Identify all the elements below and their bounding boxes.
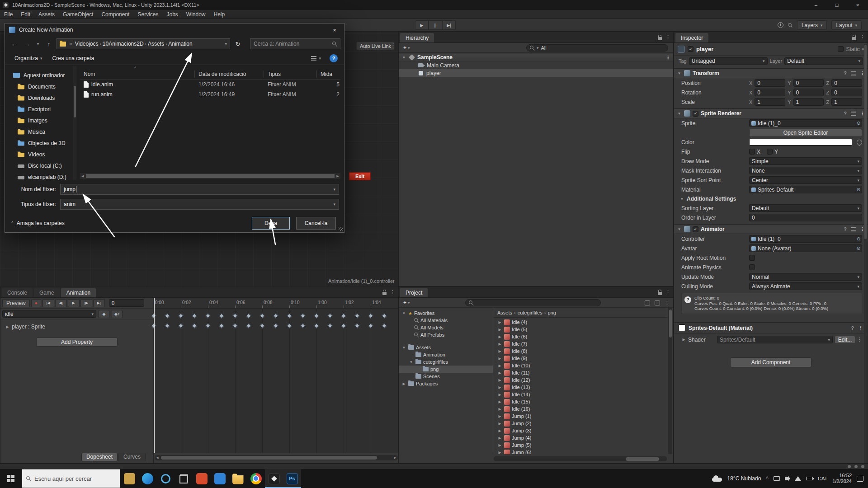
keyframe-icon[interactable] xyxy=(273,313,278,318)
favorite-all-prefabs[interactable]: All Prefabs xyxy=(399,331,493,338)
material-header[interactable]: Sprites-Default (Material) ?⋮ xyxy=(674,322,868,334)
taskbar-search[interactable]: Escriu aquí per cercar xyxy=(22,469,120,488)
keyframe-icon[interactable] xyxy=(314,313,319,318)
asset-idle-8[interactable]: ▶Idle (8) xyxy=(494,347,668,355)
add-component-button[interactable]: Add Component xyxy=(730,357,811,367)
project-vertical-scrollbar[interactable] xyxy=(668,308,672,454)
status-icon[interactable] xyxy=(861,465,864,468)
maximize-button[interactable]: □ xyxy=(826,0,847,10)
play-button[interactable]: ▶ xyxy=(68,299,80,307)
sidebar-item-m-sica[interactable]: Música xyxy=(9,126,73,137)
fold-open-icon[interactable]: ▼ xyxy=(401,311,406,315)
keyframe-icon[interactable] xyxy=(354,323,359,328)
curves-tab[interactable]: Curves xyxy=(118,453,146,461)
chevron-down-icon[interactable]: ▾ xyxy=(333,202,335,206)
action-center-icon[interactable] xyxy=(857,476,863,482)
sprite-object-field[interactable]: Idle (1)_0 ⊙ xyxy=(749,119,862,127)
transform-position-x-field[interactable]: 0 xyxy=(755,79,785,87)
playhead[interactable] xyxy=(154,298,155,453)
help-icon[interactable]: ? xyxy=(851,325,854,331)
scroll-right-icon[interactable]: ▶ xyxy=(392,456,398,460)
favorite-all-models[interactable]: All Models xyxy=(399,324,493,331)
keyframe-icon[interactable] xyxy=(341,323,346,328)
recent-locations-button[interactable]: ▾ xyxy=(35,38,41,49)
column-header-nom[interactable]: Nom xyxy=(80,70,195,78)
dopesheet-tab[interactable]: Dopesheet xyxy=(81,453,118,461)
open-sprite-editor-button[interactable]: Open Sprite Editor xyxy=(749,129,862,137)
fold-closed-icon[interactable]: ▶ xyxy=(497,328,502,332)
dialog-titlebar[interactable]: Create New Animation × xyxy=(5,23,344,36)
presets-icon[interactable] xyxy=(851,112,856,116)
fold-closed-icon[interactable]: ▶ xyxy=(497,450,502,455)
project-tree-animation[interactable]: Animation xyxy=(399,351,493,358)
kebab-icon[interactable]: ⋮ xyxy=(391,42,396,48)
fold-open-icon[interactable]: ▼ xyxy=(401,346,406,350)
keyframe-icon[interactable] xyxy=(165,323,170,328)
sprite-sort-point-dropdown[interactable]: Center▾ xyxy=(749,176,862,184)
keyframe-icon[interactable] xyxy=(178,323,183,328)
timeline-scrollbar[interactable]: ◀ ▶ xyxy=(155,455,398,460)
cancel-button[interactable]: Cancel·la xyxy=(296,217,336,230)
tab-hierarchy[interactable]: Hierarchy xyxy=(400,33,434,42)
material-object-field[interactable]: Sprites-Default⊙ xyxy=(749,186,862,193)
tab-console[interactable]: Console xyxy=(2,288,33,297)
transform-scale-y-field[interactable]: 1 xyxy=(793,98,824,106)
keyframe-icon[interactable] xyxy=(368,323,373,328)
file-row-idle-anim[interactable]: idle.anim1/2/2024 16:46Fitxer ANIM5 xyxy=(80,80,340,89)
keyframe-icon[interactable] xyxy=(287,313,292,318)
status-icon[interactable] xyxy=(854,465,858,468)
forward-button[interactable]: → xyxy=(22,38,33,49)
pause-button[interactable]: || xyxy=(429,20,442,30)
asset-idle-12[interactable]: ▶Idle (12) xyxy=(494,376,668,384)
breadcrumb-segment-videojocs[interactable]: Videojocs xyxy=(74,41,100,47)
object-picker-icon[interactable]: ⊙ xyxy=(855,186,862,193)
menu-services[interactable]: Services xyxy=(133,10,162,19)
transform-rotation-x-field[interactable]: 0 xyxy=(755,89,785,96)
address-bar[interactable]: «Videojocs›10Animacions2D›Assets›Animati… xyxy=(57,38,230,49)
fold-closed-icon[interactable]: ▶ xyxy=(497,357,502,361)
sidebar-item-downloads[interactable]: Downloads xyxy=(9,92,73,103)
chevron-down-icon[interactable]: ▾ xyxy=(333,187,335,192)
chevron-down-icon[interactable]: ▾ xyxy=(225,42,227,46)
keyframe-icon[interactable] xyxy=(178,313,183,318)
asset-jump-6[interactable]: ▶Jump (6) xyxy=(494,449,668,454)
fold-closed-icon[interactable]: ▶ xyxy=(497,378,502,382)
kebab-icon[interactable]: ⋮ xyxy=(665,289,670,295)
keyframe-icon[interactable] xyxy=(341,313,346,318)
kebab-icon[interactable]: ⋮ xyxy=(665,34,670,40)
fold-closed-icon[interactable]: ▶ xyxy=(681,338,686,342)
create-asset-button[interactable]: +▾ xyxy=(401,299,413,307)
new-folder-button[interactable]: Crea una carpeta xyxy=(49,54,98,63)
sidebar-item-v-deos[interactable]: Vídeos xyxy=(9,149,73,160)
culling-mode-dropdown[interactable]: Always Animate▾ xyxy=(749,282,862,290)
transform-position-z-field[interactable]: 0 xyxy=(831,79,862,87)
keyframe-icon[interactable] xyxy=(192,313,197,318)
column-header-tipus[interactable]: Tipus xyxy=(264,70,317,78)
sprite-renderer-header[interactable]: ▼ ✓ Sprite Renderer ?⋮ xyxy=(674,108,868,118)
scroll-left-icon[interactable]: ◀ xyxy=(80,174,85,178)
favorite-all-materials[interactable]: All Materials xyxy=(399,317,493,324)
asset-jump-4[interactable]: ▶Jump (4) xyxy=(494,434,668,441)
taskbar-app-photoshop[interactable]: Ps xyxy=(283,469,301,488)
volume-icon[interactable] xyxy=(785,477,788,480)
keyframe-icon[interactable] xyxy=(327,323,332,328)
asset-idle-10[interactable]: ▶Idle (10) xyxy=(494,362,668,369)
transform-header[interactable]: ▼ Transform ?⋮ xyxy=(674,68,868,78)
asset-idle-6[interactable]: ▶Idle (6) xyxy=(494,333,668,340)
undo-history-icon[interactable] xyxy=(778,22,783,28)
fold-open-icon[interactable]: ▼ xyxy=(401,56,406,60)
transform-scale-z-field[interactable]: 1 xyxy=(831,98,862,106)
static-checkbox[interactable] xyxy=(838,46,844,52)
kebab-icon[interactable]: ⋮ xyxy=(665,300,670,306)
active-checkbox[interactable]: ✓ xyxy=(688,46,693,52)
step-button[interactable]: ▶| xyxy=(442,20,456,30)
keyframe-icon[interactable] xyxy=(246,313,251,318)
filename-input[interactable]: jump ▾ xyxy=(60,184,339,195)
keyframe-icon[interactable] xyxy=(259,313,264,318)
animator-header[interactable]: ▼ ✓ Animator ?⋮ xyxy=(674,224,868,234)
flip-x-checkbox[interactable] xyxy=(749,149,755,155)
menu-window[interactable]: Window xyxy=(182,10,210,19)
sidebar-item-documents[interactable]: Documents xyxy=(9,81,73,92)
sorting-layer-dropdown[interactable]: Default▾ xyxy=(749,204,862,212)
keyframe-icon[interactable] xyxy=(368,313,373,318)
